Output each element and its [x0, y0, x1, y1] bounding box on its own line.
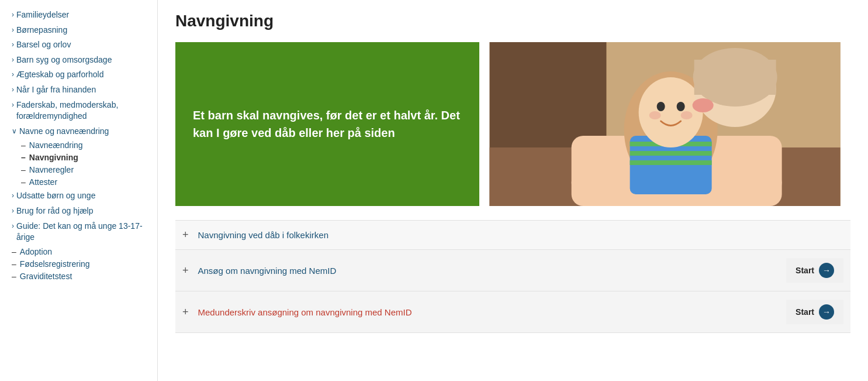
accordion-item-3[interactable]: + Medunderskriv ansøgning om navngivning…	[175, 291, 850, 333]
hero-text: Et barn skal navngives, før det er et ha…	[193, 107, 462, 142]
sidebar-item-bornepasning[interactable]: › Børnepasning	[12, 25, 148, 36]
chevron-icon: ›	[12, 56, 14, 64]
page-title: Navngivning	[175, 12, 850, 30]
sidebar-label-navngivning: Navngivning	[29, 153, 78, 162]
sidebar-item-familieydelser[interactable]: › Familieydelser	[12, 9, 148, 21]
sidebar-item-faderskab[interactable]: › Faderskab, medmoderskab, forældremyndi…	[12, 99, 148, 122]
sidebar-item-nar-i-gar[interactable]: › Når I går fra hinanden	[12, 84, 148, 96]
accordion-row-3-left: + Medunderskriv ansøgning om navngivning…	[182, 306, 412, 318]
sidebar-item-udsatte-born[interactable]: › Udsatte børn og unge	[12, 190, 148, 202]
sidebar-item-barsel[interactable]: › Barsel og orlov	[12, 39, 148, 51]
svg-rect-10	[630, 160, 711, 165]
sidebar-subitem-adoption[interactable]: – Adoption	[12, 247, 148, 256]
sidebar: › Familieydelser › Børnepasning › Barsel…	[0, 0, 158, 381]
hero-image-panel	[479, 42, 850, 206]
accordion-row-2[interactable]: + Ansøg om navngivning med NemID Start →	[175, 250, 850, 291]
sidebar-subitem-graviditetstest[interactable]: – Graviditetstest	[12, 272, 148, 281]
hero-banner: Et barn skal navngives, før det er et ha…	[175, 42, 850, 206]
main-content: Navngivning Et barn skal navngives, før …	[158, 0, 868, 381]
chevron-icon: ›	[12, 40, 14, 49]
sidebar-link-familieydelser[interactable]: Familieydelser	[16, 9, 69, 21]
sidebar-subitem-navneregler[interactable]: – Navneregler	[21, 165, 148, 174]
sidebar-link-adoption[interactable]: Adoption	[20, 247, 52, 256]
chevron-icon: ›	[12, 26, 14, 34]
chevron-down-icon: ∨	[12, 127, 17, 135]
sidebar-subitem-fodselsregistrering[interactable]: – Fødselsregistrering	[12, 259, 148, 269]
sidebar-item-brug-for-rad[interactable]: › Brug for råd og hjælp	[12, 205, 148, 217]
accordion-label-2: Ansøg om navngivning med NemID	[198, 266, 337, 276]
start-button-3[interactable]: Start →	[786, 300, 843, 324]
sidebar-subitems-navne: – Navneændring – Navngivning – Navneregl…	[21, 140, 148, 187]
dash-icon: –	[21, 140, 26, 150]
dash-icon: –	[21, 177, 26, 187]
sidebar-link-udsatte-born[interactable]: Udsatte børn og unge	[16, 190, 95, 202]
accordion-row-1[interactable]: + Navngivning ved dåb i folkekirken	[175, 221, 850, 249]
sidebar-item-navne[interactable]: ∨ Navne og navneændring	[12, 126, 148, 138]
plus-icon: +	[182, 265, 189, 277]
sidebar-link-fodselsregistrering[interactable]: Fødselsregistrering	[20, 259, 90, 269]
accordion-item-1[interactable]: + Navngivning ved dåb i folkekirken	[175, 220, 850, 250]
dash-icon: –	[21, 153, 26, 162]
svg-point-14	[649, 111, 660, 119]
sidebar-link-barn-syg[interactable]: Barn syg og omsorgsdage	[16, 54, 112, 66]
svg-point-15	[680, 111, 692, 119]
accordion-row-2-left: + Ansøg om navngivning med NemID	[182, 265, 336, 277]
chevron-icon: ›	[12, 222, 14, 230]
accordion-label-3: Medunderskriv ansøgning om navngivning m…	[198, 307, 412, 317]
sidebar-subitem-navneaendring[interactable]: – Navneændring	[21, 140, 148, 150]
sidebar-subitem-navngivning[interactable]: – Navngivning	[21, 153, 148, 162]
chevron-icon: ›	[12, 70, 14, 78]
sidebar-link-barsel[interactable]: Barsel og orlov	[16, 39, 71, 51]
sidebar-link-guide-unge[interactable]: Guide: Det kan og må unge 13-17-årige	[16, 221, 148, 243]
sidebar-item-guide-unge[interactable]: › Guide: Det kan og må unge 13-17-årige	[12, 221, 148, 243]
sidebar-link-faderskab[interactable]: Faderskab, medmoderskab, forældremyndigh…	[16, 99, 148, 122]
sidebar-link-brug-for-rad[interactable]: Brug for råd og hjælp	[16, 205, 94, 217]
arrow-circle-icon: →	[819, 304, 834, 320]
dash-icon: –	[21, 165, 26, 174]
sidebar-item-barn-syg[interactable]: › Barn syg og omsorgsdage	[12, 54, 148, 66]
start-label-3: Start	[796, 307, 814, 317]
accordion-item-2[interactable]: + Ansøg om navngivning med NemID Start →	[175, 249, 850, 291]
sidebar-item-aegteskab[interactable]: › Ægteskab og parforhold	[12, 69, 148, 81]
chevron-icon: ›	[12, 191, 14, 200]
accordion-row-3[interactable]: + Medunderskriv ansøgning om navngivning…	[175, 291, 850, 332]
accordion-label-1: Navngivning ved dåb i folkekirken	[198, 230, 328, 240]
sidebar-link-navneregler[interactable]: Navneregler	[29, 165, 74, 174]
plus-icon: +	[182, 306, 189, 318]
arrow-circle-icon: →	[819, 263, 834, 278]
svg-point-19	[692, 98, 713, 112]
sidebar-link-attester[interactable]: Attester	[29, 177, 57, 187]
chevron-icon: ›	[12, 207, 14, 215]
dash-icon: –	[12, 259, 16, 269]
svg-point-11	[638, 77, 703, 147]
sidebar-link-navneaendring[interactable]: Navneændring	[29, 140, 83, 150]
dash-icon: –	[12, 272, 16, 281]
sidebar-subitem-attester[interactable]: – Attester	[21, 177, 148, 187]
sidebar-link-nar-i-gar[interactable]: Når I går fra hinanden	[16, 84, 96, 96]
accordion-row-1-left: + Navngivning ved dåb i folkekirken	[182, 229, 328, 241]
svg-point-12	[656, 102, 665, 111]
svg-rect-18	[694, 60, 776, 95]
chevron-icon: ›	[12, 85, 14, 94]
svg-rect-9	[630, 151, 711, 156]
chevron-icon: ›	[12, 11, 14, 19]
svg-point-13	[676, 102, 684, 111]
sidebar-link-navne[interactable]: Navne og navneændring	[19, 126, 109, 138]
sidebar-link-bornepasning[interactable]: Børnepasning	[16, 25, 67, 36]
hero-text-panel: Et barn skal navngives, før det er et ha…	[175, 42, 479, 206]
sidebar-link-graviditetstest[interactable]: Graviditetstest	[20, 272, 72, 281]
sidebar-link-aegteskab[interactable]: Ægteskab og parforhold	[16, 69, 103, 81]
start-button-2[interactable]: Start →	[786, 258, 843, 283]
dash-icon: –	[12, 247, 16, 256]
start-label-2: Start	[796, 266, 814, 275]
chevron-icon: ›	[12, 101, 14, 109]
hero-image	[479, 42, 850, 206]
plus-icon: +	[182, 229, 189, 241]
